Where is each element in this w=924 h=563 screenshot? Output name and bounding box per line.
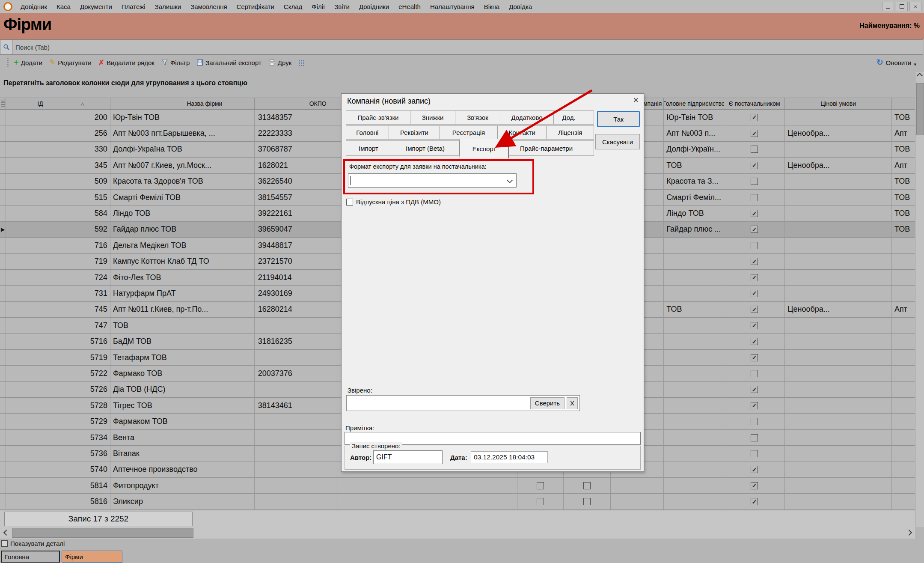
cell-checkbox[interactable]: ✓	[751, 498, 758, 505]
cell-price_terms[interactable]	[785, 270, 892, 286]
cell-checkbox[interactable]: ✓	[751, 162, 758, 169]
cell-price_terms[interactable]	[785, 478, 892, 494]
cell-supplier[interactable]: ✓	[724, 382, 785, 398]
cell-name[interactable]: Эликсир	[110, 494, 255, 509]
cell-okpo[interactable]: 24930169	[255, 286, 338, 301]
dialog-tab-реквізити[interactable]: Реквізити	[389, 126, 440, 139]
dialog-tab-прайс-зв-язки[interactable]: Прайс-зв'язки	[346, 111, 410, 124]
dialog-tab-реєстрація[interactable]: Реєстрація	[440, 126, 498, 139]
cell-parent[interactable]: Ліндо ТОВ	[664, 206, 724, 221]
cell-name[interactable]: Долфі-Україна ТОВ	[110, 142, 255, 158]
cell-checkbox[interactable]	[583, 482, 591, 489]
cell-name[interactable]: Апт №011 г.Киев, пр-т.По...	[110, 302, 255, 318]
ok-button[interactable]: Так	[597, 111, 640, 127]
horizontal-scroll-thumb[interactable]	[12, 528, 193, 538]
cell-chk_a[interactable]	[517, 478, 564, 494]
cell-okpo[interactable]: 39222161	[255, 206, 338, 221]
delete-row-button[interactable]: ✗ Видалити рядок	[98, 58, 154, 67]
cell-okpo[interactable]: 39448817	[255, 238, 338, 253]
column-chooser-button[interactable]	[298, 60, 305, 66]
cell-ind[interactable]	[0, 190, 6, 206]
combobox-chevron-icon[interactable]	[507, 177, 513, 183]
cell-parent[interactable]: Юр-Твін ТОВ	[664, 110, 724, 125]
add-button[interactable]: + Додати	[14, 59, 42, 66]
scroll-right-button[interactable]	[904, 527, 915, 539]
cell-id[interactable]: 5729	[6, 414, 110, 429]
column-header-parent[interactable]: Головне підприємство	[664, 98, 724, 110]
cell-checkbox[interactable]	[751, 178, 758, 185]
vat-checkbox-row[interactable]: Відпускна ціна з ПДВ (ММО)	[346, 198, 441, 206]
cell-price_terms[interactable]	[785, 238, 892, 253]
cell-price_terms[interactable]	[785, 462, 892, 478]
cell-okpo[interactable]	[255, 478, 338, 494]
cell-id[interactable]: 5814	[6, 478, 110, 494]
cell-name[interactable]: Фармаком ТОВ	[110, 414, 255, 429]
export-button[interactable]: Загальний експорт	[196, 59, 261, 66]
table-row[interactable]: 5816Эликсир✓	[0, 494, 924, 509]
menu-item[interactable]: Налаштування	[425, 2, 479, 11]
scroll-left-button[interactable]	[0, 527, 11, 539]
cell-okpo[interactable]: 1628021	[255, 158, 338, 173]
menu-item[interactable]: Склад	[279, 2, 307, 11]
cell-checkbox[interactable]: ✓	[751, 386, 758, 393]
cell-okpo[interactable]: 36226540	[255, 174, 338, 190]
dialog-tab-додатково[interactable]: Додатково	[500, 111, 554, 124]
cell-okpo[interactable]: 21194014	[255, 270, 338, 286]
vertical-scroll-thumb[interactable]	[916, 83, 924, 135]
cell-supplier[interactable]: ✓	[724, 494, 785, 509]
zvireno-field[interactable]: Сверить X	[346, 395, 580, 411]
cell-okpo[interactable]: 20037376	[255, 366, 338, 381]
cell-okpo[interactable]: 31816235	[255, 334, 338, 349]
cell-checkbox[interactable]	[751, 194, 758, 201]
cell-parent[interactable]	[664, 494, 724, 509]
cell-parent[interactable]	[664, 478, 724, 494]
search-bar[interactable]: Поиск (Tab)	[0, 39, 923, 55]
cell-parent[interactable]: Долфі-Україн...	[664, 142, 724, 158]
cell-id[interactable]: 592	[6, 222, 110, 238]
cell-parent[interactable]: ТОВ	[664, 302, 724, 318]
cell-parent[interactable]	[664, 414, 724, 429]
cell-checkbox[interactable]	[751, 146, 758, 153]
cell-ind[interactable]	[0, 414, 6, 429]
cell-id[interactable]: 724	[6, 270, 110, 286]
cell-id[interactable]: 716	[6, 238, 110, 253]
cell-name[interactable]: Ліндо ТОВ	[110, 206, 255, 221]
cell-name[interactable]: Красота та Здоров'я ТОВ	[110, 174, 255, 190]
cell-id[interactable]: 330	[6, 142, 110, 158]
cell-ind[interactable]	[0, 398, 6, 414]
menu-item[interactable]: Звіти	[330, 2, 354, 11]
cell-supplier[interactable]: ✓	[724, 398, 785, 414]
cell-supplier[interactable]	[724, 430, 785, 446]
cell-okpo[interactable]	[255, 382, 338, 398]
cell-checkbox[interactable]: ✓	[751, 274, 758, 281]
cell-okpo[interactable]	[255, 462, 338, 478]
cell-checkbox[interactable]	[583, 498, 591, 505]
cell-price_terms[interactable]	[785, 398, 892, 414]
cell-supplier[interactable]	[724, 142, 785, 158]
cell-checkbox[interactable]: ✓	[751, 354, 758, 361]
vertical-scrollbar[interactable]	[915, 72, 924, 527]
cell-price_terms[interactable]	[785, 430, 892, 446]
cell-price_terms[interactable]	[785, 254, 892, 270]
cell-name[interactable]: Юр-Твін ТОВ	[110, 110, 255, 125]
search-input[interactable]: Поиск (Tab)	[13, 44, 50, 51]
cell-supplier[interactable]: ✓	[724, 478, 785, 494]
dialog-tab-імпорт-beta-[interactable]: Імпорт (Beta)	[391, 141, 460, 155]
dialog-tab-контакти[interactable]: Контакти	[498, 126, 547, 139]
dialog-tab-зв-язок[interactable]: Зв'язок	[455, 111, 500, 124]
column-header-ind[interactable]	[0, 98, 6, 110]
menu-item[interactable]: Філії	[307, 2, 330, 11]
cell-price_terms[interactable]	[785, 494, 892, 509]
refresh-button[interactable]: ↻ Оновити ▾	[876, 58, 916, 67]
cell-ind[interactable]	[0, 270, 6, 286]
cell-okpo[interactable]: 37068787	[255, 142, 338, 158]
tab-holovna[interactable]: Головна	[1, 551, 60, 563]
cell-id[interactable]: 5816	[6, 494, 110, 509]
cell-supplier[interactable]: ✓	[724, 158, 785, 173]
cell-okpo[interactable]	[255, 446, 338, 462]
cell-okpo[interactable]: 23721570	[255, 254, 338, 270]
cell-ind[interactable]	[0, 302, 6, 318]
cell-supplier[interactable]: ✓	[724, 350, 785, 366]
cell-okpo[interactable]: 31348357	[255, 110, 338, 125]
cell-ind[interactable]	[0, 350, 6, 366]
